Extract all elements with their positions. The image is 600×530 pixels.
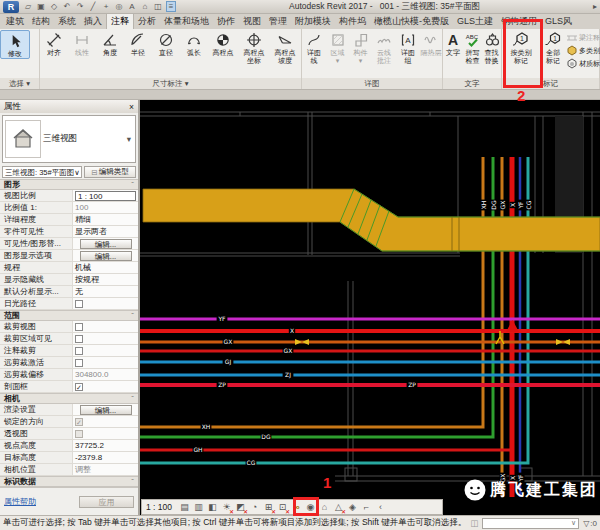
button-高程点坡度[interactable]: 高程点 坡度 [270,30,300,64]
visual-style-icon[interactable]: ◧ [206,501,219,514]
aligned-dimension-icon[interactable]: + [101,2,111,11]
section-header-标识数据[interactable]: 标识数据ˆ [0,476,138,487]
redo-icon[interactable]: ↷ [75,2,85,11]
text-icon[interactable]: A [127,2,137,11]
sync-icon[interactable]: ◇ [49,2,59,11]
title-overflow-icon[interactable]: ▸ [593,2,597,11]
button-隔热层[interactable]: 隔热层 [420,30,442,57]
tab-注释[interactable]: 注释 [106,14,134,29]
type-selector[interactable]: 三维视图 ▾ [2,115,136,163]
tab-系统[interactable]: 系统 [54,14,80,29]
worksharing-display-icon[interactable]: ⌐ [360,501,373,514]
button-弧长[interactable]: 弧长 [180,30,208,57]
sun-path-icon[interactable]: ☀✕ [220,501,233,514]
view-scale-button[interactable]: 1 : 100 [146,502,172,512]
button-高程点[interactable]: 高程点 [208,30,238,57]
save-icon[interactable]: ▣ [36,2,46,11]
checkbox[interactable] [75,347,83,355]
instance-selector[interactable]: 三维视图: 35#平面图∨ [2,166,82,178]
default-3d-view-icon[interactable]: ⌂ [140,2,150,11]
checkbox[interactable]: ✓ [75,383,83,391]
button-半径[interactable]: 半径 [124,30,152,57]
apply-button[interactable]: 应用 [79,496,134,508]
edit-button[interactable]: 编辑... [80,251,132,261]
section-header-范围[interactable]: 范围ˆ [0,310,138,321]
button-对齐[interactable]: 对齐 [40,30,68,57]
thin-lines-icon[interactable]: ≡ [166,1,176,12]
undo-icon[interactable]: ↶ [62,2,72,11]
measure-icon[interactable]: ╱ [88,2,98,11]
button-查找替换[interactable]: 查找 替换 [482,30,501,64]
button-角度[interactable]: 角度 [96,30,124,57]
shadows-icon[interactable]: ◩✕ [234,501,247,514]
panel-label[interactable]: 文字 [443,78,501,89]
temporary-view-properties-icon[interactable]: ⌂ [318,501,331,514]
section-icon[interactable]: ◫ [153,2,163,11]
panel-label[interactable]: 详图 [302,78,442,89]
tab-构件坞[interactable]: 构件坞 [335,14,370,29]
checkbox[interactable] [75,335,83,343]
analytical-model-icon[interactable]: △✕ [332,501,345,514]
tab-建筑[interactable]: 建筑 [2,14,28,29]
button-区域▾[interactable]: 区域 ▾ [326,30,349,64]
displacement-sets-icon[interactable]: ◈ [346,501,359,514]
button-修改[interactable]: 修改 [0,30,30,59]
drawing-area[interactable]: YFXGXGXGJZJZPZPGHXHXHDGDGGXGXXXYFYFCGCG … [140,100,600,515]
button-按类别标记[interactable]: 1按类别 标记 [502,30,540,64]
panel-label[interactable]: 尺寸标注 ▾ [40,78,301,89]
checkbox[interactable] [75,359,83,367]
selection-filter[interactable]: ▽ :0 [583,519,597,528]
tab-分析[interactable]: 分析 [134,14,160,29]
reveal-hidden-elements-icon[interactable]: ◉ [304,501,317,514]
tab-橄榄山快模-免费版[interactable]: 橄榄山快模-免费版 [370,14,453,29]
expand-icon[interactable]: ‹ [374,501,387,514]
edit-button[interactable]: 编辑... [80,405,132,415]
value-input[interactable]: 1 : 100 [75,191,136,201]
chevron-down-icon[interactable]: ▾ [127,134,135,144]
button-线性[interactable]: 线性 [68,30,96,57]
properties-help-link[interactable]: 属性帮助 [4,496,36,507]
checkbox[interactable] [75,323,83,331]
button-文字[interactable]: A文字 [443,30,463,57]
open-icon[interactable]: ▱ [23,2,33,11]
close-icon[interactable]: × [129,102,134,112]
edit-button[interactable]: 编辑... [80,239,132,249]
show-crop-region-icon[interactable]: ⊡✕ [276,501,289,514]
button-详图组[interactable]: A详图 组 [396,30,420,64]
revit-logo[interactable]: R [3,1,19,13]
tab-体量和场地[interactable]: 体量和场地 [160,14,213,29]
detail-level-icon[interactable]: ▥ [192,501,205,514]
tab-插入[interactable]: 插入 [80,14,106,29]
tab-协作[interactable]: 协作 [213,14,239,29]
button-云线批注[interactable]: 云线 批注 [372,30,396,64]
property-row-详细程度: 详细程度精细 [0,214,138,226]
model-view[interactable]: YFXGXGXGJZJZPZPGHXHXHDGDGGXGXXXYFYFCGCG [140,100,600,515]
button-直径[interactable]: 直径 [152,30,180,57]
tab-视图[interactable]: 视图 [239,14,265,29]
button-构件▾[interactable]: 构件 ▾ [349,30,372,64]
temporary-hide-isolate-icon[interactable]: ∞ [290,501,303,514]
scale-icon[interactable]: ▤ [178,501,191,514]
tab-管理[interactable]: 管理 [265,14,291,29]
button-梁注释[interactable]: 梁注释 [566,32,600,44]
design-option-selector[interactable]: ∨ [482,518,579,529]
tab-附加模块[interactable]: 附加模块 [291,14,335,29]
edit-type-button[interactable]: ⊟编辑类型 [84,166,136,178]
tab-GLS土建[interactable]: GLS土建 [453,14,497,29]
crop-view-icon[interactable]: ⊞✕ [262,501,275,514]
tab-GLS风[interactable]: GLS风 [541,14,576,29]
button-拼写检查[interactable]: ABC拼写 检查 [463,30,482,64]
sketchy-lines-icon[interactable]: ◔ [248,501,261,514]
button-高程点坐标[interactable]: 高程点 坐标 [238,30,270,64]
button-材质标[interactable]: 材质标 [566,58,600,70]
tab-结构[interactable]: 结构 [28,14,54,29]
checkbox[interactable] [75,300,83,308]
button-全部标记[interactable]: 1全部 标记 [540,30,566,64]
section-header-图形[interactable]: 图形ˆ [0,179,138,190]
button-多类别[interactable]: 多类别 [566,45,600,57]
tag-icon[interactable]: ◎ [114,2,124,11]
panel-label[interactable]: 选择 ▾ [0,78,39,89]
button-详图线[interactable]: 详图 线 [302,30,326,64]
tab-钢构通用[interactable]: 钢构通用 [497,14,541,29]
section-header-相机[interactable]: 相机ˆ [0,393,138,404]
